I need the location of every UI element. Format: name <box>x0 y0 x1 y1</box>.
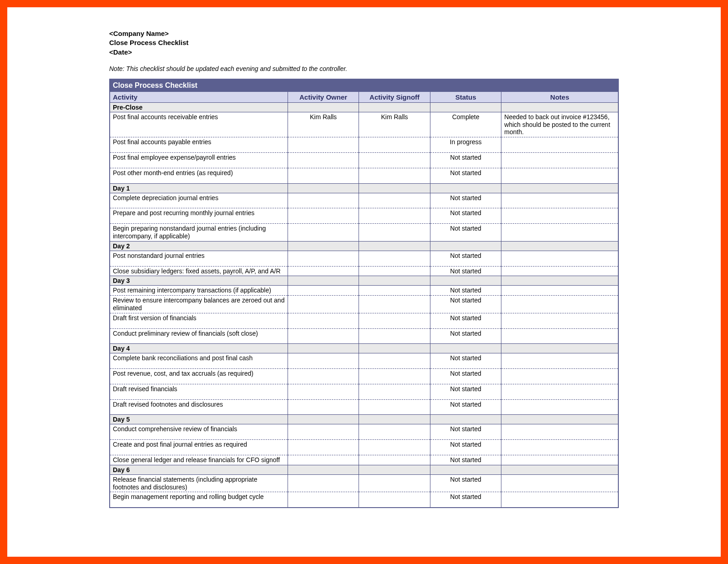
cell-activity: Conduct comprehensive review of financia… <box>110 424 288 440</box>
cell-owner <box>288 440 359 455</box>
cell-notes <box>501 266 618 276</box>
cell-owner <box>288 313 359 328</box>
col-signoff: Activity Signoff <box>359 91 430 102</box>
cell-status: Not started <box>430 266 501 276</box>
page-content: <Company Name> Close Process Checklist <… <box>109 29 619 508</box>
cell-notes <box>501 492 618 508</box>
cell-activity: Post remaining intercompany transactions… <box>110 286 288 296</box>
cell-signoff <box>359 193 430 208</box>
section-empty-cell <box>288 102 359 112</box>
cell-activity: Begin management reporting and rolling b… <box>110 492 288 508</box>
cell-owner <box>288 492 359 508</box>
section-empty-cell <box>501 344 618 353</box>
cell-signoff <box>359 251 430 266</box>
section-empty-cell <box>288 415 359 424</box>
section-empty-cell <box>288 183 359 193</box>
cell-status: Not started <box>430 369 501 384</box>
cell-signoff <box>359 384 430 399</box>
section-empty-cell <box>359 102 430 112</box>
col-activity: Activity <box>110 91 288 102</box>
cell-notes <box>501 474 618 492</box>
table-row: Close general ledger and release financi… <box>110 455 618 465</box>
document-date: <Date> <box>109 48 619 57</box>
section-empty-cell <box>288 276 359 286</box>
cell-signoff <box>359 369 430 384</box>
section-empty-cell <box>359 465 430 474</box>
cell-status: Not started <box>430 399 501 415</box>
cell-owner <box>288 296 359 313</box>
section-row: Day 4 <box>110 344 618 353</box>
section-row: Pre-Close <box>110 102 618 112</box>
table-header-row: Activity Activity Owner Activity Signoff… <box>110 91 618 102</box>
table-row: Complete depreciation journal entriesNot… <box>110 193 618 208</box>
cell-signoff <box>359 424 430 440</box>
section-label: Day 4 <box>110 344 288 353</box>
section-row: Day 5 <box>110 415 618 424</box>
cell-activity: Post other month-end entries (as require… <box>110 168 288 183</box>
cell-status: Not started <box>430 313 501 328</box>
cell-owner <box>288 328 359 344</box>
section-empty-cell <box>359 183 430 193</box>
cell-owner <box>288 474 359 492</box>
cell-owner <box>288 224 359 242</box>
cell-activity: Draft revised financials <box>110 384 288 399</box>
cell-activity: Close subsidiary ledgers: fixed assets, … <box>110 266 288 276</box>
table-row: Draft revised footnotes and disclosuresN… <box>110 399 618 415</box>
cell-signoff <box>359 455 430 465</box>
cell-status: Not started <box>430 251 501 266</box>
document-title: Close Process Checklist <box>109 38 619 47</box>
table-row: Complete bank reconciliations and post f… <box>110 353 618 369</box>
cell-owner <box>288 369 359 384</box>
cell-status: Not started <box>430 474 501 492</box>
cell-owner <box>288 266 359 276</box>
cell-status: Not started <box>430 492 501 508</box>
section-empty-cell <box>288 241 359 251</box>
cell-activity: Review to ensure intercompany balances a… <box>110 296 288 313</box>
cell-signoff <box>359 353 430 369</box>
cell-notes: Needed to back out invoice #123456, whic… <box>501 112 618 137</box>
section-empty-cell <box>359 276 430 286</box>
cell-owner <box>288 251 359 266</box>
section-empty-cell <box>501 276 618 286</box>
cell-activity: Complete bank reconciliations and post f… <box>110 353 288 369</box>
cell-notes <box>501 208 618 224</box>
section-empty-cell <box>430 415 501 424</box>
cell-status: Not started <box>430 286 501 296</box>
cell-signoff <box>359 208 430 224</box>
cell-signoff <box>359 492 430 508</box>
section-empty-cell <box>501 102 618 112</box>
cell-activity: Close general ledger and release financi… <box>110 455 288 465</box>
cell-notes <box>501 251 618 266</box>
company-name: <Company Name> <box>109 29 619 38</box>
table-title: Close Process Checklist <box>110 79 618 92</box>
table-row: Post revenue, cost, and tax accruals (as… <box>110 369 618 384</box>
section-row: Day 3 <box>110 276 618 286</box>
cell-activity: Create and post final journal entries as… <box>110 440 288 455</box>
cell-activity: Draft revised footnotes and disclosures <box>110 399 288 415</box>
cell-owner: Kim Ralls <box>288 112 359 137</box>
table-row: Prepare and post recurring monthly journ… <box>110 208 618 224</box>
cell-status: Not started <box>430 440 501 455</box>
cell-notes <box>501 369 618 384</box>
cell-activity: Release financial statements (including … <box>110 474 288 492</box>
checklist-body: Close Process Checklist Activity Activit… <box>110 79 618 508</box>
cell-status: Not started <box>430 296 501 313</box>
cell-activity: Post revenue, cost, and tax accruals (as… <box>110 369 288 384</box>
cell-status: Not started <box>430 152 501 168</box>
cell-status: Not started <box>430 455 501 465</box>
cell-owner <box>288 353 359 369</box>
section-empty-cell <box>430 344 501 353</box>
cell-activity: Conduct preliminary review of financials… <box>110 328 288 344</box>
cell-signoff <box>359 440 430 455</box>
cell-status: Not started <box>430 168 501 183</box>
cell-owner <box>288 137 359 153</box>
cell-signoff <box>359 137 430 153</box>
cell-notes <box>501 313 618 328</box>
cell-status: Complete <box>430 112 501 137</box>
table-row: Post other month-end entries (as require… <box>110 168 618 183</box>
cell-activity: Post final accounts payable entries <box>110 137 288 153</box>
cell-notes <box>501 152 618 168</box>
section-label: Day 6 <box>110 465 288 474</box>
document-frame: <Company Name> Close Process Checklist <… <box>0 0 728 564</box>
cell-activity: Draft first version of financials <box>110 313 288 328</box>
